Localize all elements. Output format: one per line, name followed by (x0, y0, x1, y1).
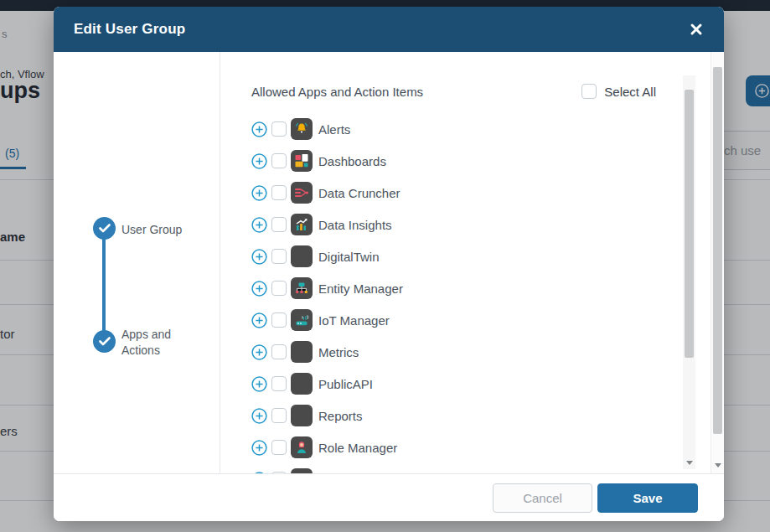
app-icon-grid (291, 150, 313, 172)
expand-plus-icon[interactable] (251, 249, 267, 265)
dialog-scrollbar[interactable] (711, 52, 724, 473)
app-row: Dashboards (251, 145, 683, 177)
app-icon-router (291, 309, 313, 331)
app-name: Reports (318, 409, 363, 423)
step-apps-actions-check-icon[interactable] (93, 330, 116, 353)
app-icon-bell (291, 118, 313, 140)
expand-plus-icon[interactable] (251, 281, 267, 297)
stepper-panel: User Group Apps and Actions (54, 52, 220, 473)
app-checkbox[interactable] (271, 440, 287, 455)
app-row: Reports (251, 400, 683, 431)
app-icon-chart (291, 214, 313, 235)
select-all-control[interactable]: Select All (581, 84, 656, 99)
cancel-button[interactable]: Cancel (493, 483, 592, 513)
app-icon-plain (291, 341, 313, 363)
expand-plus-icon[interactable] (251, 344, 267, 360)
app-checkbox[interactable] (271, 376, 287, 391)
app-row: Data Insights (251, 209, 683, 240)
screen: s ch, Vflow ups (5) ame tor ers rch use … (0, 0, 770, 532)
expand-plus-icon[interactable] (251, 376, 267, 392)
dialog-body: User Group Apps and Actions Allowed Apps… (54, 52, 724, 473)
app-name: Alerts (318, 122, 350, 137)
app-name: DigitalTwin (318, 250, 380, 264)
app-name: IoT Manager (318, 313, 390, 328)
app-row: IoT Manager (251, 304, 683, 336)
app-name: Role Manager (318, 441, 397, 455)
step-apps-actions-label: Apps and Actions (121, 327, 199, 359)
save-button[interactable]: Save (597, 483, 698, 513)
app-checkbox[interactable] (271, 249, 287, 264)
app-checkbox[interactable] (271, 408, 287, 423)
app-checkbox[interactable] (271, 312, 287, 328)
app-row: Metrics (251, 336, 683, 368)
expand-plus-icon[interactable] (251, 408, 267, 424)
expand-plus-icon[interactable] (251, 312, 267, 328)
app-row: PublicAPI (251, 368, 683, 400)
app-checkbox[interactable] (271, 185, 287, 200)
app-row: Entity Manager (251, 272, 683, 304)
step-user-group-check-icon[interactable] (93, 217, 116, 240)
app-icon-plain (291, 373, 313, 395)
app-checkbox[interactable] (271, 153, 287, 168)
app-row: Role Manager (251, 431, 683, 463)
expand-plus-icon[interactable] (251, 440, 267, 456)
app-checkbox[interactable] (271, 281, 287, 296)
app-name: Dashboards (318, 154, 386, 168)
app-name: Data Cruncher (318, 186, 401, 200)
dialog-title: Edit User Group (74, 21, 185, 38)
scroll-up-icon[interactable] (683, 75, 695, 88)
app-checkbox[interactable] (271, 217, 287, 232)
app-checkbox[interactable] (271, 344, 287, 359)
app-icon-hierarchy (291, 277, 313, 299)
dialog-header: Edit User Group (54, 7, 724, 52)
apps-content: Allowed Apps and Action Items Select All… (220, 52, 683, 473)
app-row: Data Cruncher (251, 177, 683, 209)
app-name: Data Insights (318, 218, 392, 232)
edit-user-group-dialog: Edit User Group User Group Apps and Acti… (54, 7, 724, 521)
expand-plus-icon[interactable] (251, 217, 267, 233)
expand-plus-icon[interactable] (251, 153, 267, 169)
app-icon-plain (291, 405, 313, 426)
step-user-group-label: User Group (121, 222, 182, 238)
app-icon-person (291, 436, 313, 458)
app-icon-plain (291, 245, 313, 267)
app-list: Alerts Dashboards Data Cruncher (251, 113, 683, 473)
stepper-connector (102, 228, 106, 335)
app-name: PublicAPI (318, 377, 373, 391)
app-checkbox[interactable] (271, 121, 287, 137)
app-name: Entity Manager (318, 281, 403, 296)
select-all-label: Select All (604, 85, 656, 99)
app-name: Metrics (318, 345, 359, 359)
select-all-checkbox[interactable] (581, 84, 597, 99)
scrollbar-thumb[interactable] (713, 67, 722, 434)
app-row: DigitalTwin (251, 240, 683, 272)
allowed-apps-heading: Allowed Apps and Action Items (251, 85, 423, 99)
scroll-down-icon[interactable] (683, 457, 695, 469)
app-row: Alerts (251, 113, 683, 145)
app-icon-flow (291, 182, 313, 204)
app-row: Stream Processing (251, 463, 683, 473)
scroll-down-icon[interactable] (711, 459, 724, 472)
scrollbar-thumb[interactable] (685, 90, 694, 358)
close-icon[interactable] (687, 20, 705, 39)
expand-plus-icon[interactable] (251, 185, 267, 201)
expand-plus-icon[interactable] (251, 121, 267, 137)
scroll-up-icon[interactable] (711, 54, 724, 66)
app-list-scrollbar[interactable] (683, 75, 695, 469)
dialog-footer: Cancel Save (54, 473, 724, 521)
